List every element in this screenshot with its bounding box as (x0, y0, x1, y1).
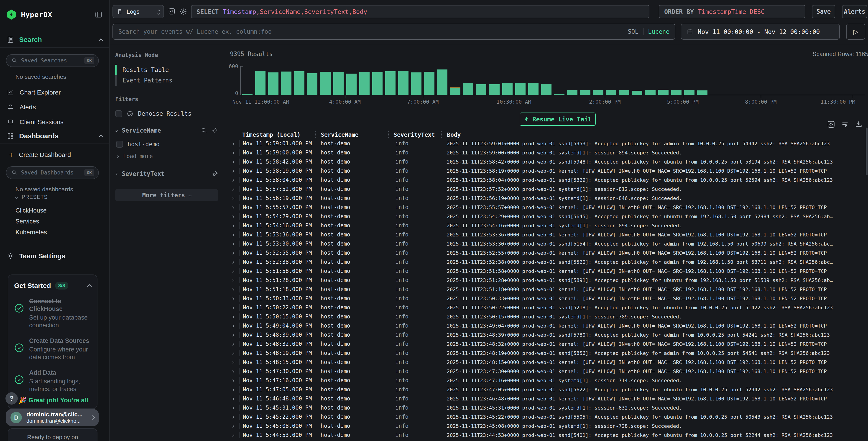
view-source-code-icon[interactable] (827, 120, 835, 128)
expand-row-chevron-icon[interactable] (230, 305, 239, 310)
expand-row-chevron-icon[interactable] (230, 360, 239, 364)
mode-results-table[interactable]: Results Table (115, 65, 218, 75)
mode-event-patterns[interactable]: Event Patterns (115, 75, 218, 86)
sidebar-preset-item[interactable]: Kubernetes (0, 227, 109, 238)
service-value-checkbox[interactable] (116, 141, 123, 148)
column-header-severitytext[interactable]: SeverityText (388, 131, 441, 138)
help-button[interactable]: ? (5, 392, 18, 405)
source-select[interactable]: Logs (113, 5, 164, 18)
table-row[interactable]: Nov 11 5:58:04.000 PM host-demo info 202… (230, 175, 868, 184)
expand-row-chevron-icon[interactable] (230, 214, 239, 219)
table-row[interactable]: Nov 11 5:53:30.000 PM host-demo info 202… (230, 239, 868, 248)
table-row[interactable]: Nov 11 5:44:37.000 PM host-demo info 202… (230, 440, 868, 441)
sidebar-preset-item[interactable]: Services (0, 216, 109, 227)
expand-row-chevron-icon[interactable] (230, 205, 239, 210)
expand-row-chevron-icon[interactable] (230, 142, 239, 146)
table-row[interactable]: Nov 11 5:48:19.000 PM host-demo info 202… (230, 349, 868, 358)
expand-row-chevron-icon[interactable] (230, 351, 239, 355)
table-row[interactable]: Nov 11 5:52:55.000 PM host-demo info 202… (230, 248, 868, 257)
code-toggle-icon[interactable] (168, 8, 175, 15)
expand-row-chevron-icon[interactable] (230, 433, 239, 437)
table-row[interactable]: Nov 11 5:50:15.000 PM host-demo info 202… (230, 312, 868, 321)
saved-dashboards-search[interactable]: ⌘K (6, 166, 99, 179)
table-row[interactable]: Nov 11 5:51:18.000 PM host-demo info 202… (230, 285, 868, 294)
table-row[interactable]: Nov 11 5:45:31.000 PM host-demo info 202… (230, 403, 868, 412)
expand-row-chevron-icon[interactable] (230, 324, 239, 328)
alerts-button[interactable]: Alerts (842, 5, 867, 18)
expand-row-chevron-icon[interactable] (230, 151, 239, 155)
table-row[interactable]: Nov 11 5:45:22.000 PM host-demo info 202… (230, 412, 868, 421)
filter-search-icon[interactable] (201, 127, 207, 134)
get-started-step[interactable]: Create Data Sources Configure where your… (14, 337, 91, 361)
collapse-sidebar-icon[interactable] (95, 11, 102, 19)
table-row[interactable]: Nov 11 5:55:57.000 PM host-demo info 202… (230, 203, 868, 212)
resume-live-tail-button[interactable]: Resume Live Tail (520, 113, 596, 126)
sidebar-preset-item[interactable]: ClickHouse (0, 205, 109, 216)
table-row[interactable]: Nov 11 5:44:53.000 PM host-demo info 202… (230, 431, 868, 440)
histogram-bars[interactable] (241, 66, 865, 95)
sidebar-item-alerts[interactable]: Alerts (0, 102, 109, 113)
service-value-label[interactable]: host-demo (127, 141, 160, 148)
expand-row-chevron-icon[interactable] (230, 396, 239, 401)
column-header-timestamp[interactable]: Timestamp (Local) (239, 131, 315, 138)
table-row[interactable]: Nov 11 5:48:15.000 PM host-demo info 202… (230, 358, 868, 367)
expand-row-chevron-icon[interactable] (230, 278, 239, 283)
expand-row-chevron-icon[interactable] (230, 287, 239, 292)
select-clause-input[interactable]: SELECT Timestamp ,ServiceName,SeverityTe… (191, 5, 649, 18)
table-row[interactable]: Nov 11 5:47:05.000 PM host-demo info 202… (230, 385, 868, 394)
expand-row-chevron-icon[interactable] (230, 224, 239, 228)
column-header-body[interactable]: Body (441, 131, 868, 138)
filter-section-severitytext[interactable]: SeverityText (115, 170, 218, 177)
table-row[interactable]: Nov 11 5:59:00.000 PM host-demo info 202… (230, 148, 868, 157)
table-row[interactable]: Nov 11 5:48:39.000 PM host-demo info 202… (230, 330, 868, 340)
chevron-up-icon[interactable] (87, 284, 92, 289)
table-row[interactable]: Nov 11 5:51:58.000 PM host-demo info 202… (230, 266, 868, 276)
pin-icon[interactable] (212, 127, 218, 134)
save-button[interactable]: Save (812, 5, 835, 18)
saved-searches-input[interactable] (21, 57, 81, 64)
expand-row-chevron-icon[interactable] (230, 196, 239, 201)
query-settings-gear-icon[interactable] (179, 8, 187, 16)
table-row[interactable]: Nov 11 5:54:29.000 PM host-demo info 202… (230, 212, 868, 221)
language-toggle-lucene[interactable]: Lucene (648, 28, 670, 35)
table-row[interactable]: Nov 11 5:56:19.000 PM host-demo info 202… (230, 194, 868, 203)
presets-toggle[interactable]: PRESETS (16, 194, 48, 200)
expand-row-chevron-icon[interactable] (230, 160, 239, 164)
saved-dashboards-input[interactable] (21, 170, 81, 176)
expand-row-chevron-icon[interactable] (230, 406, 239, 410)
expand-row-chevron-icon[interactable] (230, 378, 239, 383)
table-row[interactable]: Nov 11 5:52:38.000 PM host-demo info 202… (230, 257, 868, 266)
expand-row-chevron-icon[interactable] (230, 333, 239, 337)
table-row[interactable]: Nov 11 5:50:22.000 PM host-demo info 202… (230, 303, 868, 312)
order-by-input[interactable]: ORDER BY TimestampTime DESC (659, 5, 805, 18)
expand-row-chevron-icon[interactable] (230, 424, 239, 428)
column-header-servicename[interactable]: ServiceName (315, 131, 388, 138)
run-query-button[interactable]: ▷ (846, 24, 865, 40)
sidebar-item-chart-explorer[interactable]: Chart Explorer (0, 87, 109, 98)
search-input[interactable] (118, 28, 623, 35)
table-row[interactable]: Nov 11 5:49:04.000 PM host-demo info 202… (230, 321, 868, 330)
saved-searches-search[interactable]: ⌘K (6, 54, 99, 67)
deploy-teaser-card[interactable]: Ready to deploy on (8, 428, 97, 441)
sidebar-item-team-settings[interactable]: Team Settings (0, 251, 109, 261)
vertical-scrollbar[interactable] (866, 127, 868, 175)
expand-row-chevron-icon[interactable] (230, 296, 239, 301)
expand-row-chevron-icon[interactable] (230, 242, 239, 246)
table-row[interactable]: Nov 11 5:58:42.000 PM host-demo info 202… (230, 157, 868, 166)
expand-row-chevron-icon[interactable] (230, 415, 239, 419)
more-filters-button[interactable]: More filters (115, 189, 218, 201)
sidebar-item-client-sessions[interactable]: Client Sessions (0, 117, 109, 127)
expand-row-chevron-icon[interactable] (230, 387, 239, 392)
create-dashboard-button[interactable]: + Create Dashboard (0, 149, 109, 160)
table-row[interactable]: Nov 11 5:47:30.000 PM host-demo info 202… (230, 367, 868, 376)
time-range-picker[interactable]: Nov 11 00:00:00 - Nov 12 00:00:00 (681, 24, 840, 40)
table-row[interactable]: Nov 11 5:59:01.000 PM host-demo info 202… (230, 139, 868, 148)
expand-row-chevron-icon[interactable] (230, 260, 239, 264)
denoise-checkbox[interactable] (115, 110, 122, 117)
expand-row-chevron-icon[interactable] (230, 169, 239, 173)
expand-row-chevron-icon[interactable] (230, 233, 239, 237)
expand-row-chevron-icon[interactable] (230, 269, 239, 273)
table-row[interactable]: Nov 11 5:47:16.000 PM host-demo info 202… (230, 376, 868, 385)
sidebar-section-dashboards[interactable]: Dashboards (0, 131, 109, 141)
table-row[interactable]: Nov 11 5:46:48.000 PM host-demo info 202… (230, 394, 868, 403)
